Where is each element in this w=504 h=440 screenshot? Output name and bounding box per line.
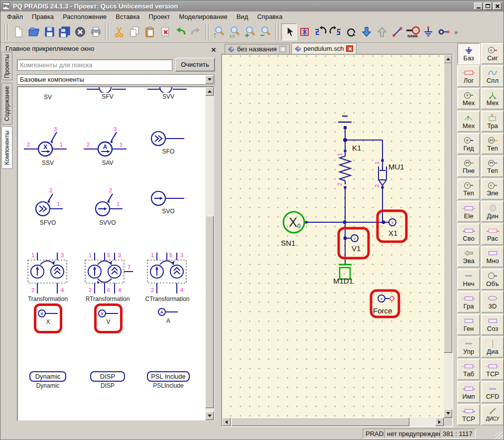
component-a[interactable]: A A [143,307,193,324]
component-sav[interactable]: A 2 1 3 SAV [83,126,132,166]
category-baz-button[interactable]: Баз [457,43,480,64]
resize-grip[interactable] [495,432,503,440]
component-sfvo[interactable]: 1 2 SFVO [23,186,73,226]
ground-tool-button[interactable] [420,23,436,40]
category-meh-3-button[interactable]: Мех [457,111,480,132]
component-pslinclude[interactable]: PSL Include PSLInclude [143,371,193,389]
pop-out-button[interactable] [374,23,389,40]
save-all-button[interactable] [57,23,72,40]
category-tcp-2-button[interactable]: TCP [457,404,480,426]
category-meh-2-button[interactable]: Мех [481,88,504,110]
delete-button[interactable] [157,23,173,40]
category-ele2-button[interactable]: Ele [457,201,480,222]
tab-untitled[interactable]: без названия [225,44,290,54]
dock-header[interactable]: Главное прикрепляемое окно [1,43,220,54]
component-sfv[interactable]: SFV [83,87,132,100]
component-svv[interactable]: SVV [143,87,193,100]
scroll-up-button[interactable] [444,55,452,63]
scroll-thumb[interactable] [231,418,409,426]
toolbar-handle[interactable] [209,23,210,40]
scroll-down-button[interactable] [444,409,452,418]
category-gen-button[interactable]: Ген [457,314,480,335]
component-sfo[interactable]: SFO [143,130,193,155]
push-into-button[interactable] [359,23,374,40]
toolbar-handle[interactable] [108,23,109,40]
category-ras-button[interactable]: Рас [481,223,504,245]
maximize-button[interactable] [484,2,492,10]
category-meh-1-button[interactable]: V Мех [457,88,480,110]
close-file-button[interactable] [72,23,88,40]
component-svo[interactable]: SVO [143,189,193,215]
component-list[interactable]: SV SFV SVV X 2 1 3 SSV [17,86,215,421]
toolbar-handle[interactable] [4,23,5,40]
toolbar-handle[interactable] [278,23,279,40]
component-search-input[interactable] [17,59,172,71]
rotate-ccw-tool-button[interactable] [312,23,328,40]
zoom-fit-button[interactable] [212,23,227,40]
component-ctransformation[interactable]: 1 5 3 2 4 CTransformation [143,251,191,302]
ground-symbol[interactable] [338,116,352,129]
category-ele-button[interactable]: L Эле [481,178,504,200]
redo-button[interactable] [188,23,204,40]
category-log-button[interactable]: Лог [457,65,480,87]
component-rtransformation[interactable]: 1 5 3 2 6 4 7 RTransformation [81,251,134,302]
tab-close-button[interactable] [279,46,286,52]
scroll-thumb[interactable] [444,63,452,353]
menu-project[interactable]: Проект [144,12,175,21]
sidebar-tab-content[interactable]: Содержание [1,83,12,125]
close-button[interactable] [493,2,502,10]
category-3d-button[interactable]: 3D [481,291,504,312]
menu-file[interactable]: Файл [2,12,27,21]
wire-net[interactable] [306,128,389,265]
menu-help[interactable]: Справка [252,12,287,21]
component-category-select[interactable]: Базовые компоненты [17,74,215,85]
zoom-original-button[interactable]: 1:1 [227,23,243,40]
category-spl-button[interactable]: Спл [481,65,504,87]
zoom-out-button[interactable] [258,23,273,40]
save-button[interactable] [41,23,57,40]
title-bar[interactable]: Pq PQ PRADIS 24.1.3 - Проект: Qucs Unlic… [0,0,504,11]
tab-pendulum-sch[interactable]: pendulum.sch [291,43,357,54]
paste-button[interactable] [142,23,157,40]
menu-edit[interactable]: Правка [27,12,58,21]
scroll-right-button[interactable] [435,418,444,426]
category-din-button[interactable]: Дин [481,201,504,222]
toolbar-handle[interactable] [105,23,106,40]
select-tool-button[interactable] [281,23,297,40]
component-ssv[interactable]: X 2 1 3 SSV [23,126,73,166]
component-svvo[interactable]: 1 2 SVVO [83,186,132,226]
component-disp[interactable]: DISP DISP [83,371,132,389]
clear-search-button[interactable]: Очистить [175,58,215,71]
port-tool-button[interactable] [436,23,451,40]
combo-dropdown-button[interactable] [205,75,214,84]
zoom-in-button[interactable] [243,23,258,40]
scroll-up-button[interactable] [205,87,214,96]
print-button[interactable] [88,23,103,40]
rotate-cw-tool-button[interactable] [328,23,343,40]
component-x-highlighted[interactable]: X X [34,303,62,333]
mirror-tool-button[interactable] [297,23,312,40]
schematic-canvas[interactable]: K1 1 2 MU1 1 2 X 0 SN1 [222,55,444,418]
category-tep-3-button[interactable]: T Теп [457,178,480,200]
new-file-button[interactable] [10,23,26,40]
damper-mu1[interactable]: MU1 1 2 [374,160,404,187]
category-upr-button[interactable]: Упр [457,336,480,358]
component-dynamic[interactable]: Dynamic Dynamic [23,371,73,389]
component-v-highlighted[interactable]: V V [94,303,123,333]
category-tra-button[interactable]: Тра [481,111,504,132]
dock-close-button[interactable] [211,46,216,53]
menu-layout[interactable]: Расположение [58,12,111,21]
menu-insert[interactable]: Вставка [111,12,144,21]
component-list-scrollbar[interactable] [205,87,214,420]
category-pne-button[interactable]: PT Пне [457,155,480,177]
toolbar-handle[interactable] [7,23,8,40]
category-eva-button[interactable]: Эва [457,246,480,268]
sidebar-tab-projects[interactable]: Проекты [1,52,12,80]
scroll-thumb[interactable] [205,216,214,408]
category-sig-button[interactable]: C Сиг [481,43,504,64]
category-tab-button[interactable]: Таб [457,359,480,380]
category-dia-button[interactable]: Диа [481,336,504,358]
category-tep-1-button[interactable]: PT Теп [481,133,504,154]
force-element[interactable]: x Force [371,291,399,317]
category-tep-2-button[interactable]: PT Теп [481,155,504,177]
